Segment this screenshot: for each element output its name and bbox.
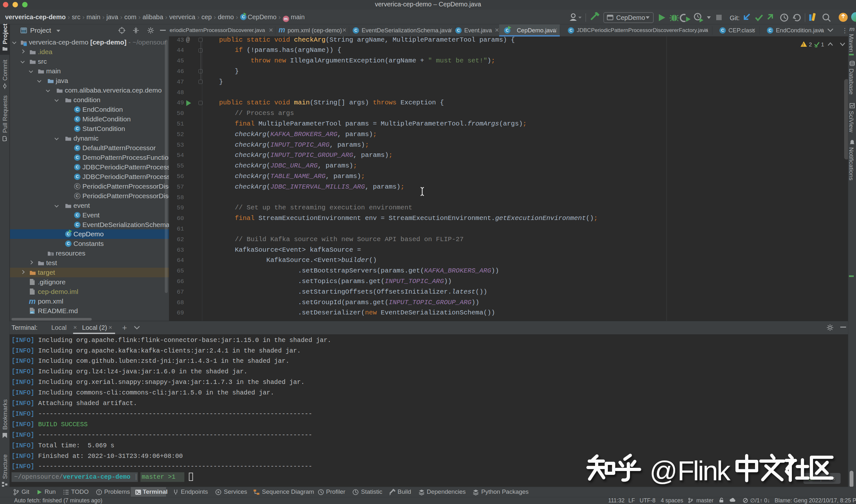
svg-text:CepDemo: CepDemo bbox=[616, 14, 645, 21]
svg-text:Git:: Git: bbox=[730, 14, 740, 21]
svg-text:@: @ bbox=[650, 455, 678, 486]
svg-text:2: 2 bbox=[809, 42, 812, 48]
svg-text:!: ! bbox=[803, 42, 804, 47]
svg-text:MD: MD bbox=[31, 311, 34, 313]
svg-text:Flink: Flink bbox=[678, 455, 731, 486]
svg-text:1: 1 bbox=[821, 42, 824, 48]
